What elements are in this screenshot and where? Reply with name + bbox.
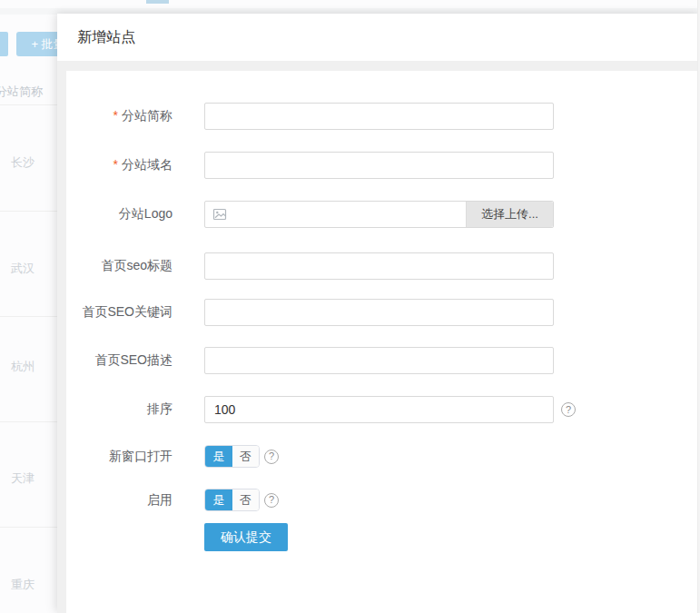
site-domain-input[interactable] [204, 152, 554, 179]
enabled-label: 启用 [66, 492, 173, 509]
drawer-header: 新增站点 [57, 14, 700, 61]
form-row-seo-keywords: 首页SEO关键词 [66, 299, 700, 326]
table-divider [0, 211, 57, 212]
new-window-toggle: 是 否 [204, 445, 260, 468]
form-row-site-domain: *分站域名 [66, 152, 700, 179]
seo-title-label: 首页seo标题 [66, 258, 173, 274]
form-row-new-window: 新窗口打开 是 否 ? [66, 445, 700, 468]
required-asterisk: * [113, 108, 118, 123]
form-row-site-logo: 分站Logo 选择上传... [66, 201, 700, 228]
logo-upload-field[interactable]: 选择上传... [204, 201, 554, 228]
table-divider [0, 527, 57, 528]
table-row-cell: 天津 [11, 470, 35, 487]
help-icon[interactable]: ? [264, 450, 279, 464]
form-row-seo-title: 首页seo标题 [66, 252, 700, 280]
form-card: *分站简称 *分站域名 分站Logo 选择上传... [66, 71, 700, 613]
masked-button-edge [0, 32, 8, 56]
sort-order-input[interactable] [204, 396, 554, 423]
form-row-submit: 确认提交 [66, 523, 700, 551]
seo-description-input[interactable] [204, 347, 554, 374]
new-window-toggle-no[interactable]: 否 [232, 446, 259, 467]
site-domain-label: *分站域名 [66, 157, 173, 173]
table-row-cell: 武汉 [11, 261, 35, 277]
table-divider [0, 421, 57, 422]
form-row-sort-order: 排序 ? [66, 396, 700, 423]
table-row-cell: 长沙 [11, 154, 35, 171]
site-shortname-input[interactable] [204, 103, 554, 130]
submit-button[interactable]: 确认提交 [204, 523, 288, 551]
new-window-toggle-yes[interactable]: 是 [205, 446, 232, 467]
form-row-site-shortname: *分站简称 [66, 103, 700, 130]
enabled-toggle: 是 否 [204, 489, 260, 511]
site-shortname-label: *分站简称 [66, 108, 173, 124]
add-site-drawer: 新增站点 *分站简称 *分站域名 分站Logo 选择上传. [57, 14, 700, 613]
enabled-toggle-no[interactable]: 否 [232, 489, 259, 510]
table-row-cell: 杭州 [11, 359, 35, 375]
form-row-seo-description: 首页SEO描述 [66, 347, 700, 374]
help-icon[interactable]: ? [264, 493, 279, 508]
enabled-toggle-yes[interactable]: 是 [205, 489, 232, 510]
drawer-body: *分站简称 *分站域名 分站Logo 选择上传... [57, 61, 700, 613]
upload-button[interactable]: 选择上传... [466, 202, 553, 227]
table-divider [0, 316, 57, 317]
drawer-title: 新增站点 [77, 29, 135, 44]
seo-keywords-label: 首页SEO关键词 [66, 304, 173, 321]
seo-description-label: 首页SEO描述 [66, 352, 173, 369]
new-window-label: 新窗口打开 [66, 449, 173, 465]
required-asterisk: * [113, 157, 118, 172]
image-icon [212, 207, 227, 222]
seo-title-input[interactable] [204, 252, 554, 280]
table-row-cell: 重庆 [11, 577, 35, 593]
site-logo-label: 分站Logo [66, 206, 173, 222]
form-row-enabled: 启用 是 否 ? [66, 489, 700, 511]
table-divider [0, 104, 57, 105]
masked-tab-indicator [146, 0, 169, 4]
seo-keywords-input[interactable] [204, 299, 554, 326]
sort-order-label: 排序 [66, 401, 173, 418]
help-icon[interactable]: ? [561, 402, 576, 417]
table-column-header: 分站简称 [0, 84, 43, 100]
